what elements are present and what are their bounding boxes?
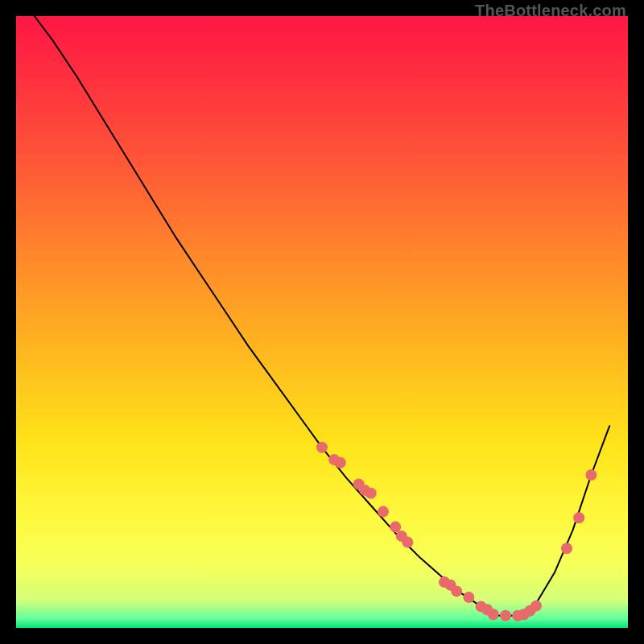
gradient-fill — [16, 16, 628, 628]
data-point — [335, 457, 346, 469]
data-point — [463, 592, 474, 603]
data-point — [378, 506, 389, 518]
data-point — [561, 543, 572, 554]
data-point — [451, 585, 462, 597]
chart-background — [16, 16, 628, 628]
data-point — [365, 488, 377, 499]
data-point — [402, 537, 413, 548]
data-point — [500, 610, 511, 621]
watermark-text: TheBottleneck.com — [475, 2, 626, 20]
data-point — [530, 601, 542, 612]
data-point — [488, 609, 499, 620]
data-point — [585, 469, 597, 481]
bottleneck-chart — [16, 16, 628, 628]
data-point — [390, 522, 401, 533]
data-point — [573, 512, 584, 523]
data-point — [316, 442, 328, 453]
